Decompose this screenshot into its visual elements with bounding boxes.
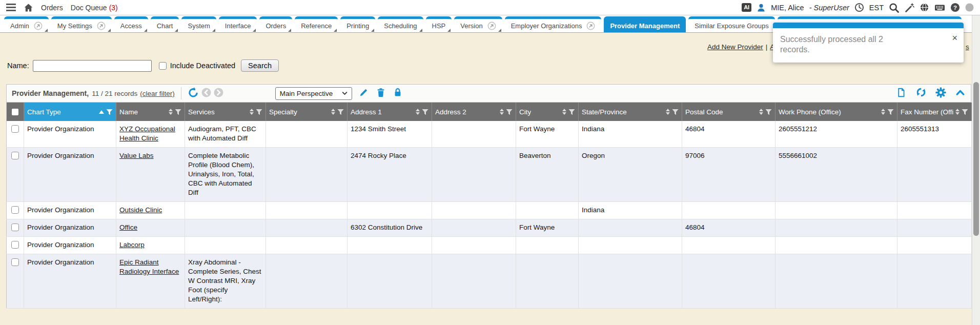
user-name[interactable]: MIE, Alice bbox=[771, 4, 804, 12]
include-deactivated-checkbox[interactable] bbox=[159, 62, 167, 70]
column-header-services[interactable]: Services bbox=[185, 103, 266, 121]
cell-name: Value Labs bbox=[116, 148, 185, 202]
new-document-icon[interactable] bbox=[896, 87, 907, 100]
row-checkbox[interactable] bbox=[11, 125, 19, 133]
cell-services bbox=[185, 219, 266, 237]
provider-name-link[interactable]: Value Labs bbox=[119, 152, 154, 159]
search-button[interactable]: Search bbox=[241, 59, 279, 72]
column-label: Name bbox=[119, 108, 138, 116]
row-checkbox[interactable] bbox=[11, 241, 19, 249]
vertical-scrollbar[interactable] bbox=[972, 15, 980, 325]
scrollbar-thumb[interactable] bbox=[973, 82, 979, 236]
doc-queue-link[interactable]: Doc Queue(3) bbox=[71, 4, 118, 12]
edit-pencil-icon[interactable] bbox=[359, 87, 369, 99]
collapse-chevron-icon[interactable] bbox=[955, 87, 966, 100]
provider-name-link[interactable]: Epic Radiant Radiology Interface bbox=[119, 258, 179, 275]
grid-toolbar: Provider Management, 11 / 21 records (cl… bbox=[6, 84, 971, 103]
cell-address1: 1234 Smith Street bbox=[348, 121, 432, 148]
lock-icon[interactable] bbox=[393, 87, 403, 99]
top-bar-left: Orders Doc Queue(3) bbox=[6, 3, 118, 12]
hamburger-menu-icon[interactable] bbox=[6, 3, 16, 12]
close-icon[interactable]: × bbox=[952, 34, 957, 42]
toast-accent-bar bbox=[773, 23, 964, 28]
partial-link-end[interactable]: s bbox=[966, 43, 969, 51]
tab-interface[interactable]: Interface bbox=[219, 16, 257, 32]
column-header-postal[interactable]: Postal Code bbox=[682, 103, 775, 121]
trash-icon[interactable] bbox=[376, 87, 386, 99]
name-input[interactable] bbox=[33, 60, 152, 72]
undo-icon[interactable] bbox=[188, 87, 199, 100]
column-header-name[interactable]: Name bbox=[116, 103, 185, 121]
cell-work_phone bbox=[775, 237, 897, 254]
provider-name-link[interactable]: Outside Clinic bbox=[119, 206, 162, 214]
provider-name-link[interactable]: Labcorp bbox=[119, 241, 145, 249]
tab-provider-management[interactable]: Provider Management bbox=[604, 16, 686, 32]
column-header-address2[interactable]: Address 2 bbox=[432, 103, 516, 121]
provider-name-link[interactable]: XYZ Occupational Health Clinic bbox=[119, 125, 175, 142]
tab-system[interactable]: System bbox=[181, 16, 216, 32]
column-header-state[interactable]: State/Province bbox=[579, 103, 682, 121]
orders-link[interactable]: Orders bbox=[41, 4, 63, 12]
cell-postal bbox=[682, 202, 775, 219]
tab-chart[interactable]: Chart bbox=[151, 16, 179, 32]
tab-reference[interactable]: Reference bbox=[295, 16, 338, 32]
tab-orders[interactable]: Orders bbox=[259, 16, 292, 32]
tab-access[interactable]: Access bbox=[114, 16, 148, 32]
sort-both-icon bbox=[759, 109, 763, 115]
tab-hsp[interactable]: HSP bbox=[426, 16, 452, 32]
tab-printing[interactable]: Printing bbox=[340, 16, 375, 32]
tab-employer-organizations[interactable]: Employer Organizations bbox=[505, 16, 602, 32]
home-icon[interactable] bbox=[24, 3, 33, 12]
tab-version[interactable]: Version bbox=[454, 16, 502, 32]
tab-corner-indicator bbox=[498, 29, 501, 32]
column-label: Services bbox=[188, 108, 215, 116]
column-header-checkbox[interactable] bbox=[7, 103, 24, 121]
perspective-select[interactable]: Main Perspective bbox=[275, 87, 352, 100]
ai-badge[interactable]: AI bbox=[742, 3, 751, 12]
column-header-address1[interactable]: Address 1 bbox=[348, 103, 432, 121]
cell-address1 bbox=[348, 254, 432, 309]
row-checkbox[interactable] bbox=[11, 152, 19, 159]
tab-label: Employer Organizations bbox=[511, 22, 582, 30]
tab-similar-exposure-groups[interactable]: Similar Exposure Groups bbox=[688, 16, 775, 32]
tab-admin[interactable]: Admin bbox=[4, 16, 49, 32]
next-icon[interactable] bbox=[214, 88, 223, 99]
tab-corner-indicator bbox=[144, 29, 147, 32]
cell-chart_type: Provider Organization bbox=[24, 148, 116, 202]
column-header-fax[interactable]: Fax Number (Office) bbox=[897, 103, 972, 121]
cell-services: Xray Abdominal - Complete Series, Chest … bbox=[185, 254, 266, 309]
wand-icon[interactable] bbox=[904, 3, 914, 13]
refresh-icon[interactable] bbox=[915, 87, 927, 100]
column-header-work_phone[interactable]: Work Phone (Office) bbox=[775, 103, 897, 121]
status-circle-icon bbox=[965, 3, 974, 12]
prev-icon[interactable] bbox=[201, 88, 211, 99]
tab-label: Scheduling bbox=[384, 22, 417, 30]
cell-name: Office bbox=[116, 219, 185, 237]
cell-fax bbox=[897, 202, 972, 219]
provider-name-link[interactable]: Office bbox=[119, 224, 137, 231]
cell-services: Complete Metabolic Profile (Blood Chem),… bbox=[185, 148, 266, 202]
cell-fax bbox=[897, 148, 972, 202]
link-separator: | bbox=[766, 43, 768, 51]
cell-postal bbox=[682, 254, 775, 309]
keyboard-icon[interactable] bbox=[934, 3, 945, 12]
select-all-checkbox[interactable] bbox=[12, 109, 18, 115]
row-checkbox[interactable] bbox=[11, 224, 19, 231]
column-header-city[interactable]: City bbox=[516, 103, 579, 121]
tab-scheduling[interactable]: Scheduling bbox=[378, 16, 423, 32]
cell-checkbox bbox=[7, 202, 24, 219]
row-checkbox[interactable] bbox=[11, 206, 19, 214]
cell-address1 bbox=[348, 202, 432, 219]
globe-icon[interactable] bbox=[920, 3, 929, 12]
help-icon[interactable]: ? bbox=[950, 3, 960, 12]
clear-filter-link[interactable]: (clear filter) bbox=[140, 90, 175, 97]
search-icon[interactable] bbox=[889, 3, 899, 13]
table-row: Provider OrganizationXYZ Occupational He… bbox=[7, 121, 972, 148]
row-checkbox[interactable] bbox=[11, 258, 19, 266]
column-header-chart_type[interactable]: Chart Type bbox=[24, 103, 116, 121]
gear-icon[interactable] bbox=[935, 87, 946, 100]
add-new-provider-link[interactable]: Add New Provider bbox=[707, 43, 763, 51]
tab-my-settings[interactable]: My Settings bbox=[51, 16, 112, 32]
column-header-specialty[interactable]: Specialty bbox=[266, 103, 348, 121]
cell-state bbox=[579, 237, 682, 254]
